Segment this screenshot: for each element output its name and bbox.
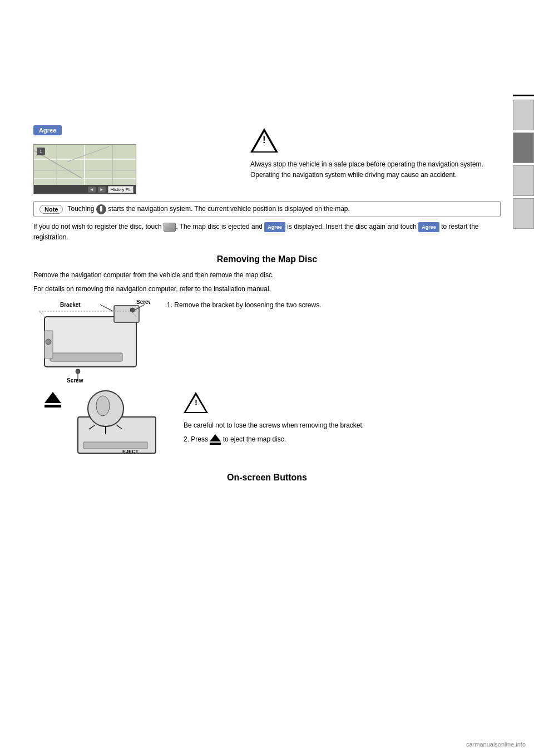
warning-para: Always stop the vehicle in a safe place … — [250, 159, 501, 180]
eject-svg: EJECT — [72, 389, 172, 462]
eject-tri-sm — [210, 434, 221, 441]
note-box: Note Touching starts the navigation syst… — [33, 201, 501, 217]
note-content: Touching starts the navigation system. T… — [67, 204, 349, 214]
eject-step2: 2. Press to eject the map disc. — [184, 434, 501, 445]
sidebar-line — [513, 95, 534, 96]
sidebar-tab-1[interactable] — [513, 100, 534, 130]
eject-warn-p: Be careful not to lose the screws when r… — [184, 420, 501, 431]
svg-rect-2 — [114, 306, 139, 322]
eject-warning-text: Be careful not to lose the screws when r… — [184, 420, 501, 445]
bracket-warning-text: 1. Remove the bracket by loosening the t… — [167, 300, 501, 311]
eject-bar — [44, 405, 61, 408]
eject-bar-sm — [210, 443, 221, 445]
power-icon-bar — [100, 206, 102, 212]
agree-button-area: Agree — [33, 125, 239, 140]
eject-symbol — [44, 392, 61, 408]
svg-line-7 — [100, 305, 113, 311]
below-note-text: If you do not wish to register the disc,… — [33, 222, 501, 243]
eject-warning-icon: ! — [184, 392, 209, 414]
note-label: Note — [39, 205, 63, 214]
removing-desc-p1: Remove the navigation computer from the … — [33, 270, 501, 281]
card-icon — [164, 223, 176, 232]
eject-diagram: EJECT — [72, 389, 172, 462]
agree-inline-btn[interactable]: Agree — [264, 222, 285, 232]
note-text-middle: starts the navigation system. The curren… — [108, 205, 350, 213]
svg-point-20 — [96, 396, 110, 416]
left-column: Agree 1 ◄ ► — [33, 125, 239, 194]
note-text-touching: Touching — [67, 205, 96, 213]
eject-icon-area — [44, 392, 61, 408]
bracket-step1: 1. Remove the bracket by loosening the t… — [167, 300, 501, 311]
page-container: Agree 1 ◄ ► — [0, 0, 534, 756]
map-btn-left[interactable]: ◄ — [88, 186, 96, 193]
sidebar-tab-3[interactable] — [513, 165, 534, 196]
svg-point-6 — [76, 369, 80, 374]
watermark: carmanualsonline.info — [466, 741, 526, 748]
on-screen-heading: On-screen Buttons — [33, 473, 501, 483]
bracket-svg: Bracket Screw Screw — [33, 300, 150, 384]
bracket-diagram: Bracket Screw Screw — [33, 300, 150, 384]
removing-desc-p2: For details on removing the navigation c… — [33, 284, 501, 294]
map-btn-right[interactable]: ► — [98, 186, 106, 193]
svg-rect-1 — [50, 353, 122, 361]
agree-button[interactable]: Agree — [33, 125, 62, 135]
svg-text:Screw: Screw — [136, 300, 150, 305]
svg-text:Screw: Screw — [67, 377, 83, 384]
agree-inline-btn2[interactable]: Agree — [418, 222, 439, 232]
warning-exclamation: ! — [263, 135, 266, 146]
map-location: History Pl. — [108, 186, 134, 193]
warning-icon-area: ! — [250, 128, 278, 154]
eject-tri — [44, 392, 61, 403]
right-warning-column: ! Always stop the vehicle in a safe plac… — [250, 125, 501, 184]
warning-body-text: Always stop the vehicle in a safe place … — [250, 159, 501, 180]
svg-rect-17 — [83, 442, 147, 449]
sidebar-tab-2-active[interactable] — [513, 132, 534, 163]
eject-warning-area: ! Be careful not to lose the screws when… — [184, 389, 501, 449]
map-image: 1 ◄ ► History Pl. — [33, 144, 136, 194]
warn-exclaim: ! — [195, 397, 197, 407]
top-section: Agree 1 ◄ ► — [33, 125, 501, 194]
removing-desc: Remove the navigation computer from the … — [33, 270, 501, 294]
text-para1: If you do not wish to register the disc,… — [33, 222, 501, 243]
map-badge: 1 — [37, 148, 45, 155]
map-bottom-bar: ◄ ► History Pl. — [34, 185, 136, 194]
svg-line-13 — [39, 311, 44, 317]
eject-btn-inline — [210, 434, 221, 445]
right-sidebar — [513, 95, 534, 231]
svg-text:Bracket: Bracket — [60, 302, 81, 308]
svg-text:EJECT: EJECT — [122, 449, 139, 454]
eject-area: EJECT ! Be careful not to lose the screw… — [33, 389, 501, 462]
svg-point-5 — [130, 308, 135, 312]
removing-heading: Removing the Map Disc — [33, 254, 501, 264]
diagram-area: Bracket Screw Screw 1. Remove the bracke… — [33, 300, 501, 384]
svg-point-4 — [46, 339, 51, 345]
power-icon — [96, 204, 106, 214]
sidebar-tab-4[interactable] — [513, 198, 534, 229]
